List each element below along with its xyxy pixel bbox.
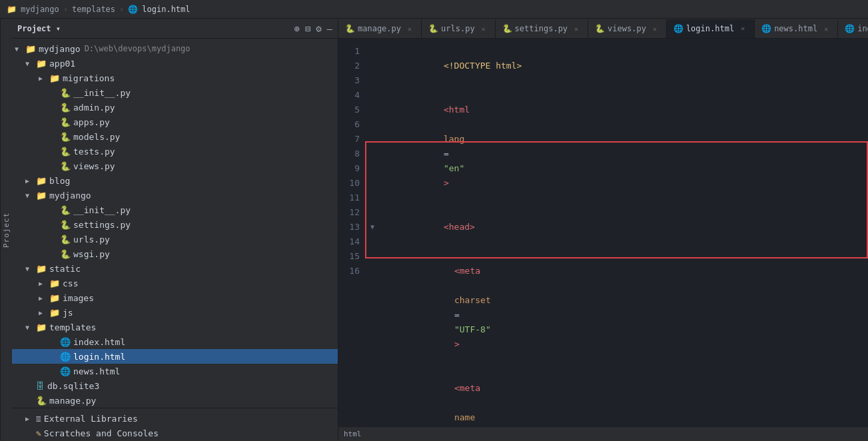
py-file-icon: 🐍 <box>60 161 71 171</box>
root-label: mydjango <box>39 44 81 54</box>
tree-settings-py[interactable]: 🐍 settings.py <box>12 217 338 232</box>
tree-admin-py[interactable]: 🐍 admin.py <box>12 100 338 115</box>
folder-icon: 📁 <box>36 264 47 274</box>
folder-icon: 📁 <box>49 293 60 303</box>
tab-settings-close[interactable]: ✕ <box>572 24 581 33</box>
tree-urls-py[interactable]: 🐍 urls.py <box>12 232 338 246</box>
html-file-icon: 🌐 <box>60 352 71 362</box>
py-file-icon: 🐍 <box>60 249 71 259</box>
tab-urls-close[interactable]: ✕ <box>479 24 488 33</box>
tab-py-icon: 🐍 <box>428 24 438 33</box>
status-bar: html <box>338 426 868 441</box>
tab-manage-py[interactable]: 🐍 manage.py ✕ <box>338 19 422 38</box>
scratches-label: Scratches and Consoles <box>44 428 159 438</box>
code-content[interactable]: <!DOCTYPE html> <html lang = "en" > <box>365 39 868 426</box>
tab-index-html[interactable]: 🌐 index.html ✕ <box>838 19 868 38</box>
settings-icon[interactable]: ⚙ <box>316 23 321 34</box>
hide-icon[interactable]: — <box>327 23 332 34</box>
tests-label: tests.py <box>73 147 115 157</box>
tree-mydjango-init[interactable]: 🐍 __init__.py <box>12 203 338 217</box>
tree-index-html[interactable]: 🌐 index.html <box>12 334 338 349</box>
tab-views-close[interactable]: ✕ <box>650 24 659 33</box>
folder-icon: 📁 <box>25 44 36 54</box>
code-line-3: ▼ <head> <box>370 205 868 249</box>
settings-label: settings.py <box>73 220 131 230</box>
project-panel-icons[interactable]: ⊕ ⊟ ⚙ — <box>294 23 332 34</box>
tab-news-html[interactable]: 🌐 news.html ✕ <box>755 19 838 38</box>
tab-views-py[interactable]: 🐍 views.py ✕ <box>588 19 667 38</box>
status-language: html <box>344 430 362 438</box>
arrow-icon: ▼ <box>25 60 36 67</box>
project-icon: 📁 <box>7 5 17 14</box>
tree-js[interactable]: ▶ 📁 js <box>12 305 338 320</box>
css-label: css <box>63 278 78 288</box>
locate-icon[interactable]: ⊕ <box>294 23 299 34</box>
bottom-tree-items: ▶ ≣ External Libraries ✎ Scratches and C… <box>12 408 338 441</box>
tab-views-label: views.py <box>608 24 646 33</box>
arrow-icon: ▶ <box>39 75 49 82</box>
login-html-label: login.html <box>73 352 125 362</box>
scratches-icon: ✎ <box>36 428 41 438</box>
tab-manage-label: manage.py <box>358 24 401 33</box>
tab-news-label: news.html <box>774 24 817 33</box>
tab-bar: 🐍 manage.py ✕ 🐍 urls.py ✕ 🐍 settings.py … <box>338 19 868 39</box>
tree-root-mydjango[interactable]: ▼ 📁 mydjango D:\web\devops\mydjango <box>12 41 338 56</box>
tree-db-sqlite3[interactable]: 🗄 db.sqlite3 <box>12 378 338 393</box>
scratches-item[interactable]: ✎ Scratches and Consoles <box>12 426 338 440</box>
folder-icon: 📁 <box>36 322 47 332</box>
tab-settings-py[interactable]: 🐍 settings.py ✕ <box>496 19 588 38</box>
db-file-icon: 🗄 <box>36 381 45 391</box>
tab-login-html[interactable]: 🌐 login.html ✕ <box>667 19 755 38</box>
tab-manage-close[interactable]: ✕ <box>405 24 414 33</box>
project-panel-title: Project ▾ <box>17 24 290 33</box>
py-file-icon: 🐍 <box>60 205 71 215</box>
tab-index-label: index.html <box>857 24 868 33</box>
line-numbers: 1 2 3 4 5 6 7 8 9 10 11 12 13 14 15 16 <box>338 39 365 426</box>
init-label: __init__.py <box>73 88 131 98</box>
py-file-icon: 🐍 <box>60 234 71 244</box>
collapse-icon[interactable]: ⊟ <box>305 23 310 34</box>
tree-models-py[interactable]: 🐍 models.py <box>12 129 338 144</box>
tree-css[interactable]: ▶ 📁 css <box>12 276 338 290</box>
arrow-icon: ▼ <box>25 192 36 199</box>
tab-py-icon: 🐍 <box>502 24 512 33</box>
tree-static[interactable]: ▼ 📁 static <box>12 261 338 276</box>
tree-manage-py[interactable]: 🐍 manage.py <box>12 393 338 408</box>
init2-label: __init__.py <box>73 205 131 215</box>
tree-images[interactable]: ▶ 📁 images <box>12 290 338 305</box>
tab-news-close[interactable]: ✕ <box>821 24 831 33</box>
tree-apps-py[interactable]: 🐍 apps.py <box>12 115 338 129</box>
external-libs-icon: ≣ <box>36 414 41 424</box>
external-libs-label: External Libraries <box>44 414 138 424</box>
urls-label: urls.py <box>73 234 110 244</box>
code-line-2: <html lang = "en" > <box>370 88 868 205</box>
breadcrumb-templates: templates <box>72 5 115 14</box>
tree-templates[interactable]: ▼ 📁 templates <box>12 320 338 334</box>
tab-login-close[interactable]: ✕ <box>738 24 747 33</box>
tree-blog[interactable]: ▶ 📁 blog <box>12 173 338 188</box>
folder-icon: 📁 <box>36 176 47 186</box>
folder-icon: 📁 <box>49 308 60 318</box>
tree-app01-init[interactable]: 🐍 __init__.py <box>12 85 338 100</box>
views-label: views.py <box>73 161 115 171</box>
folder-icon: 📁 <box>36 191 47 201</box>
breadcrumb-root: mydjango <box>21 5 59 14</box>
tab-py-icon: 🐍 <box>595 24 605 33</box>
tree-news-html[interactable]: 🌐 news.html <box>12 364 338 378</box>
breadcrumb-current-file: login.html <box>142 5 190 14</box>
arrow-icon: ▼ <box>25 324 36 331</box>
title-bar: 📁 mydjango › templates › 🌐 login.html <box>0 0 868 19</box>
tree-wsgi-py[interactable]: 🐍 wsgi.py <box>12 246 338 261</box>
wsgi-label: wsgi.py <box>73 249 110 259</box>
tree-tests-py[interactable]: 🐍 tests.py <box>12 144 338 159</box>
arrow-icon: ▶ <box>25 415 36 422</box>
tree-app01[interactable]: ▼ 📁 app01 <box>12 56 338 71</box>
external-libraries-item[interactable]: ▶ ≣ External Libraries <box>12 411 338 426</box>
arrow-icon: ▶ <box>25 177 36 185</box>
tab-urls-py[interactable]: 🐍 urls.py ✕ <box>422 19 496 38</box>
tree-login-html[interactable]: 🌐 login.html <box>12 349 338 364</box>
tree-app01-views-py[interactable]: 🐍 views.py <box>12 159 338 173</box>
tree-migrations[interactable]: ▶ 📁 migrations <box>12 71 338 85</box>
tree-mydjango-sub[interactable]: ▼ 📁 mydjango <box>12 188 338 203</box>
main-layout: Project Project ▾ ⊕ ⊟ ⚙ — ▼ 📁 mydjango D… <box>0 19 868 441</box>
